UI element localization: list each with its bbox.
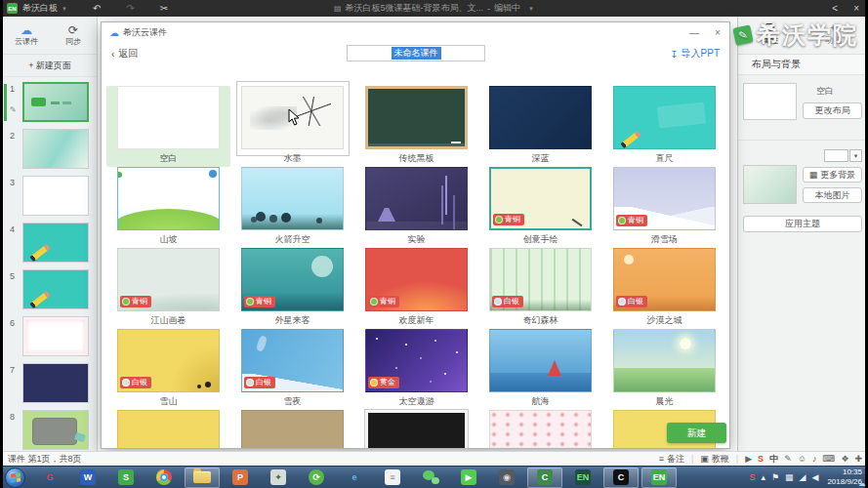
template-thumbnail[interactable] (613, 329, 716, 392)
tab-animation[interactable]: ✦ 动画 (802, 17, 865, 54)
template-item[interactable]: 青铜 江山画卷 (106, 248, 230, 329)
dialog-close-button[interactable]: × (706, 27, 729, 38)
template-item[interactable]: 实验 (354, 167, 478, 248)
slide-thumbnail[interactable] (22, 223, 89, 263)
template-item[interactable] (354, 410, 478, 449)
volume-icon[interactable]: ◀ (811, 472, 818, 482)
template-item[interactable]: 青铜 欢度新年 (354, 248, 478, 329)
template-thumbnail[interactable] (241, 86, 344, 149)
sogou-logo-icon[interactable]: S (758, 454, 764, 464)
emoji-icon[interactable]: ☺ (798, 454, 806, 464)
background-color-swatch[interactable] (824, 149, 848, 162)
new-page-button[interactable]: + 新建页面 (3, 55, 97, 77)
undo-icon[interactable]: ↶ (93, 3, 101, 14)
notepad-taskbar-button[interactable]: ≡ (375, 468, 410, 488)
chrome-taskbar-button[interactable] (146, 468, 182, 488)
template-thumbnail[interactable]: 白银 (117, 329, 220, 392)
easinote-cloud-taskbar-button[interactable]: EN ☁ (641, 468, 677, 488)
template-item[interactable]: 火箭升空 (230, 167, 354, 248)
easinote-taskbar-button[interactable]: EN (565, 468, 600, 488)
toolbox-icon[interactable]: ❖ (841, 454, 848, 464)
taskbar-clock[interactable]: 10:35 2018/9/26 (827, 468, 862, 486)
template-item[interactable]: 白银 雪夜 (230, 329, 354, 410)
template-thumbnail[interactable]: 白银 (489, 248, 592, 311)
layout-preview[interactable] (743, 83, 797, 120)
sogou-tray-icon[interactable]: S (749, 472, 755, 482)
play-icon[interactable]: ▶ (745, 454, 752, 464)
recorder-taskbar-button[interactable]: C (603, 468, 639, 488)
video-app-taskbar-button[interactable]: ▶ (451, 468, 486, 488)
slide-thumbnail[interactable] (22, 316, 89, 356)
keyboard-icon[interactable]: ⌨ (822, 454, 835, 464)
ime-cn-icon[interactable]: 中 (769, 453, 778, 466)
slide-item[interactable]: 4 (3, 220, 97, 266)
template-thumbnail[interactable] (365, 86, 468, 149)
template-thumbnail[interactable] (489, 86, 592, 149)
template-item[interactable] (230, 410, 354, 449)
more-backgrounds-button[interactable]: ▦ 更多背景 (803, 167, 862, 183)
template-thumbnail[interactable]: 青铜 (241, 248, 344, 311)
template-thumbnail[interactable] (117, 86, 220, 149)
template-thumbnail[interactable] (241, 167, 344, 230)
notes-button[interactable]: ≡ 备注 (659, 453, 684, 466)
template-item[interactable]: 空白 (106, 86, 230, 167)
share-icon[interactable]: < (832, 3, 838, 14)
import-ppt-button[interactable]: ↧ 导入PPT (670, 47, 720, 61)
wps-writer-taskbar-button[interactable]: W (70, 468, 105, 488)
cut-icon[interactable]: ✂ (160, 3, 168, 14)
sync-button[interactable]: ⟳ 同步 (50, 17, 97, 54)
template-thumbnail[interactable] (489, 329, 592, 392)
slide-item[interactable]: 5 (3, 266, 97, 313)
explorer-taskbar-button[interactable] (185, 468, 220, 488)
slide-thumbnail[interactable] (22, 129, 89, 169)
template-thumbnail[interactable]: 青铜 (117, 248, 220, 311)
template-item[interactable]: 深蓝 (478, 86, 602, 167)
local-image-button[interactable]: 本地图片 (803, 187, 862, 203)
window-close-icon[interactable]: × (853, 3, 859, 14)
template-thumbnail[interactable] (489, 410, 592, 449)
wechat-taskbar-button[interactable] (413, 468, 448, 488)
camtasia-taskbar-button[interactable]: C (527, 468, 562, 488)
sync-app-taskbar-button[interactable]: ⟳ (299, 468, 334, 488)
mic-icon[interactable]: ♪ (812, 454, 817, 464)
template-item[interactable]: 黄金 太空遨游 (354, 329, 478, 410)
template-thumbnail[interactable]: 青铜 (613, 167, 716, 230)
template-item[interactable]: 青铜 创意手绘 (478, 167, 602, 248)
slide-thumbnail[interactable] (22, 410, 89, 450)
template-item[interactable]: 白银 雪山 (106, 329, 230, 410)
template-thumbnail[interactable] (117, 410, 220, 449)
create-new-button[interactable]: 新建 (667, 423, 726, 443)
redo-icon[interactable]: ↷ (126, 3, 134, 14)
slide-thumbnail[interactable] (22, 82, 89, 122)
template-item[interactable]: 晨光 (602, 329, 726, 410)
template-item[interactable] (478, 410, 602, 449)
dialog-minimize-button[interactable]: — (682, 27, 706, 38)
color-dropdown-icon[interactable]: ▼ (849, 149, 862, 162)
flag-icon[interactable]: ⚑ (771, 472, 779, 482)
app-s-taskbar-button[interactable]: S (108, 468, 144, 488)
template-thumbnail[interactable] (613, 86, 716, 149)
slide-thumbnail[interactable] (22, 176, 89, 216)
template-thumbnail[interactable] (365, 167, 468, 230)
template-item[interactable] (106, 410, 230, 449)
template-thumbnail[interactable] (241, 410, 344, 449)
template-thumbnail[interactable]: 黄金 (365, 329, 468, 392)
display-icon[interactable]: ▦ (785, 472, 794, 482)
app-g-taskbar-button[interactable]: G (32, 468, 67, 488)
cloud-courseware-button[interactable]: ☁ 云课件 (3, 17, 50, 54)
tab-properties[interactable]: ❐ 属性 (738, 17, 802, 54)
skin-icon[interactable]: ✚ (854, 454, 862, 464)
courseware-name-input[interactable]: 未命名课件 (347, 45, 485, 61)
template-item[interactable]: 直尺 (602, 86, 726, 167)
camera-app-taskbar-button[interactable]: ◉ (489, 468, 524, 488)
slide-thumbnail[interactable] (22, 363, 89, 403)
slide-thumbnail[interactable] (22, 269, 89, 309)
slide-item[interactable]: 8 (3, 407, 97, 451)
template-thumbnail[interactable]: 白银 (613, 248, 716, 311)
template-item[interactable]: 航海 (478, 329, 602, 410)
template-thumbnail[interactable]: 白银 (241, 329, 344, 392)
app-menu-caret-icon[interactable]: ▼ (62, 6, 67, 12)
document-title-area[interactable]: ▤ 希沃白板5微课基础-背景布局、文... - 编辑中 ▼ (334, 2, 534, 15)
back-button[interactable]: ‹ 返回 (111, 47, 138, 61)
template-thumbnail[interactable]: 青铜 (489, 167, 592, 230)
